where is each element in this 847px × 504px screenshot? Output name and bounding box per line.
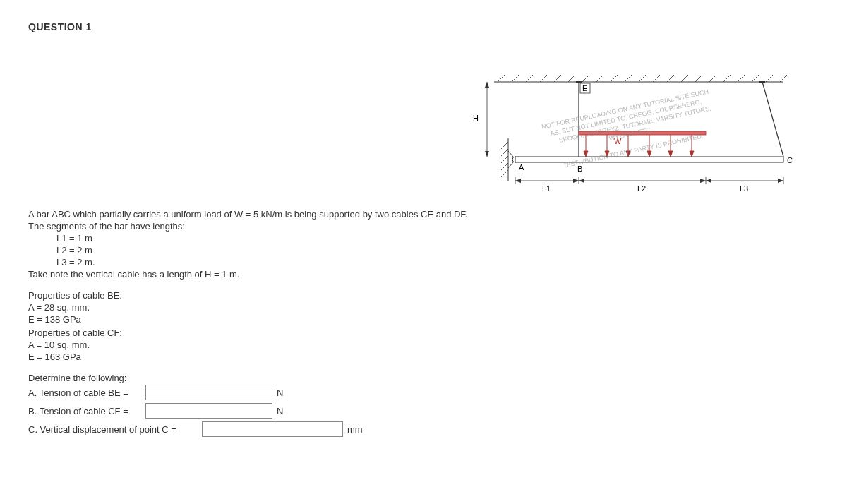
svg-line-21 (780, 75, 787, 82)
answer-b-unit: N (277, 406, 283, 416)
answer-b-input[interactable] (145, 403, 272, 419)
svg-line-3 (526, 75, 533, 82)
answer-c-unit: mm (347, 424, 363, 435)
svg-line-11 (639, 75, 646, 82)
svg-line-5 (554, 75, 561, 82)
determine-header: Determine the following: (28, 373, 819, 383)
problem-text: A bar ABC which partially carries a unif… (28, 209, 819, 437)
note-line: Take note the vertical cable has a lengt… (28, 269, 819, 280)
length-l2: L2 = 2 m (56, 245, 819, 256)
svg-marker-62 (579, 179, 584, 183)
svg-line-12 (653, 75, 660, 82)
svg-line-1 (498, 75, 505, 82)
svg-marker-61 (573, 179, 579, 183)
props-be-e: E = 138 GPa (28, 314, 819, 325)
main-container: H E W A B C (28, 68, 819, 209)
svg-line-6 (568, 75, 575, 82)
props-be-a: A = 28 sq. mm. (28, 302, 819, 313)
props-be-header: Properties of cable BE: (28, 290, 819, 301)
length-l1: L1 = 1 m (56, 233, 819, 244)
svg-marker-42 (584, 151, 588, 157)
props-cf-a: A = 10 sq. mm. (28, 340, 819, 350)
diagram-label-l3: L3 (740, 184, 748, 193)
svg-marker-48 (647, 151, 651, 157)
diagram-label-a: A (519, 163, 524, 172)
svg-line-17 (723, 75, 731, 82)
diagram-label-h: H (473, 114, 479, 122)
answer-c-input[interactable] (202, 421, 343, 437)
svg-marker-52 (690, 151, 694, 157)
diagram-label-c: C (787, 156, 793, 164)
svg-line-9 (611, 75, 618, 82)
svg-line-20 (766, 75, 773, 82)
svg-line-27 (501, 170, 508, 177)
svg-line-24 (501, 149, 508, 156)
answer-a-label: A. Tension of cable BE = (28, 388, 141, 398)
svg-line-29 (508, 151, 514, 157)
answer-a-input[interactable] (145, 385, 272, 400)
svg-line-23 (501, 142, 508, 149)
answer-a-unit: N (277, 388, 283, 398)
svg-marker-60 (515, 179, 521, 183)
svg-marker-50 (668, 151, 673, 157)
svg-marker-64 (706, 179, 711, 183)
svg-marker-38 (485, 151, 489, 157)
svg-line-4 (540, 75, 547, 82)
diagram-label-l2: L2 (637, 184, 646, 193)
svg-line-16 (709, 75, 716, 82)
answer-row-a: A. Tension of cable BE = N (28, 385, 819, 400)
intro-line-2: The segments of the bar have lengths: (28, 221, 819, 232)
intro-line-1: A bar ABC which partially carries a unif… (28, 209, 819, 220)
svg-marker-65 (778, 179, 783, 183)
svg-line-18 (738, 75, 745, 82)
answer-row-c: C. Vertical displacement of point C = mm (28, 421, 819, 437)
svg-line-8 (596, 75, 603, 82)
svg-line-15 (695, 75, 702, 82)
svg-marker-37 (485, 82, 489, 88)
answer-b-label: B. Tension of cable CF = (28, 406, 141, 416)
question-header: QUESTION 1 (28, 21, 819, 32)
props-cf-header: Properties of cable CF: (28, 328, 819, 338)
svg-line-26 (501, 163, 508, 170)
diagram: H E W A B C (466, 68, 819, 209)
svg-line-2 (512, 75, 519, 82)
svg-line-13 (667, 75, 674, 82)
answer-row-b: B. Tension of cable CF = N (28, 403, 819, 419)
svg-line-33 (762, 82, 783, 157)
svg-line-19 (752, 75, 759, 82)
answer-c-label: C. Vertical displacement of point C = (28, 424, 198, 435)
diagram-label-l1: L1 (542, 184, 551, 193)
length-l3: L3 = 2 m. (56, 257, 819, 268)
svg-line-30 (508, 162, 514, 168)
svg-line-10 (625, 75, 632, 82)
diagram-label-e: E (582, 84, 587, 92)
svg-line-7 (582, 75, 589, 82)
svg-line-25 (501, 156, 508, 163)
props-cf-e: E = 163 GPa (28, 352, 819, 362)
svg-marker-63 (700, 179, 706, 183)
svg-line-14 (681, 75, 688, 82)
problem-content (28, 68, 438, 209)
